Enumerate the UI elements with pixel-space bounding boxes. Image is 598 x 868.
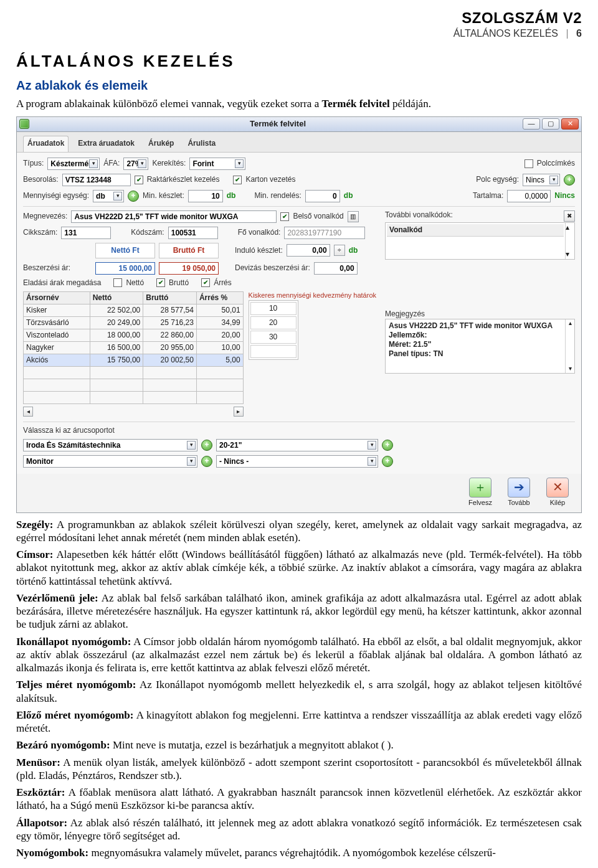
barcode-icon[interactable]: ▥ bbox=[348, 211, 359, 222]
scroll-left-icon[interactable]: ◂ bbox=[23, 407, 33, 417]
brutto-checkbox[interactable] bbox=[156, 278, 165, 287]
header-brutto: Bruttó Ft bbox=[159, 243, 219, 258]
arucsoport1-select[interactable] bbox=[23, 439, 197, 451]
tartalma-input[interactable] bbox=[507, 190, 551, 202]
label-devizas: Devizás beszerzési ár: bbox=[235, 263, 310, 273]
delete-icon[interactable]: ✖ bbox=[564, 210, 575, 222]
minkeszlet-input[interactable] bbox=[188, 190, 223, 202]
tab-aruadatok[interactable]: Áruadatok bbox=[23, 136, 69, 152]
kedv-cell[interactable]: 10 bbox=[250, 302, 297, 315]
label-arres: Árrés bbox=[214, 278, 232, 288]
raktar-checkbox[interactable] bbox=[135, 176, 143, 184]
chevron-down-icon[interactable]: ▾ bbox=[368, 457, 376, 466]
arres-checkbox[interactable] bbox=[201, 278, 210, 287]
close-button[interactable]: ✕ bbox=[561, 118, 579, 130]
besorolas-input[interactable] bbox=[62, 174, 131, 186]
label-mennyegys: Mennyiségi egység: bbox=[23, 191, 89, 200]
chevron-down-icon[interactable]: ▾ bbox=[113, 192, 122, 200]
table-row bbox=[24, 391, 244, 403]
chevron-down-icon[interactable]: ▾ bbox=[549, 176, 558, 184]
vonalkod-list[interactable]: Vonalkód ▴▾ bbox=[385, 222, 575, 260]
table-row: Viszonteladó18 000,0022 860,0020,00 bbox=[24, 329, 244, 341]
kodszam-input[interactable] bbox=[168, 227, 218, 239]
chevron-down-icon[interactable]: ▾ bbox=[368, 441, 376, 450]
arucsoport1b-select[interactable] bbox=[216, 439, 378, 451]
add-icon[interactable]: + bbox=[382, 440, 393, 451]
add-icon[interactable]: + bbox=[201, 440, 212, 451]
add-icon[interactable]: + bbox=[201, 456, 212, 467]
window-title: Termék felvitel bbox=[33, 119, 523, 129]
arucsoport2-select[interactable] bbox=[23, 455, 197, 468]
chevron-down-icon[interactable]: ▾ bbox=[89, 159, 98, 168]
scroll-up-icon[interactable]: ▴ bbox=[566, 223, 574, 232]
add-icon[interactable]: + bbox=[564, 174, 575, 186]
netto-checkbox[interactable] bbox=[113, 278, 122, 287]
devizas-input[interactable] bbox=[314, 262, 358, 275]
megnevezes-input[interactable] bbox=[71, 210, 277, 223]
kedv-cell[interactable]: 30 bbox=[250, 331, 297, 344]
note-line: Méret: 21.5" bbox=[389, 340, 563, 349]
unit-db: db bbox=[349, 246, 358, 255]
para-cimsor: Címsor: Alapesetben kék háttér előtt (Wi… bbox=[16, 548, 582, 588]
beszar-brutto[interactable] bbox=[159, 262, 219, 275]
tab-arukep[interactable]: Árukép bbox=[144, 136, 178, 152]
chevron-down-icon[interactable]: ▾ bbox=[187, 457, 196, 466]
label-kiskeres: Kiskeres mennyiségi kedvezmény határok bbox=[249, 291, 376, 299]
header-sub: ÁLTALÁNOS KEZELÉS | 6 bbox=[16, 27, 582, 40]
karton-checkbox[interactable] bbox=[233, 176, 242, 184]
tovabb-button[interactable]: ➔Tovább bbox=[501, 478, 536, 507]
para-ikon: Ikonállapot nyomógomb: A Címsor jobb old… bbox=[16, 635, 582, 675]
kilep-button[interactable]: ✕Kilép bbox=[540, 478, 575, 507]
label-raktar: Raktárkészlet kezelés bbox=[147, 175, 220, 184]
scroll-down-icon[interactable]: ▾ bbox=[566, 365, 574, 373]
label-afa: ÁFA: bbox=[103, 159, 120, 168]
titlebar[interactable]: Termék felvitel — ▢ ✕ bbox=[17, 117, 581, 132]
chevron-down-icon[interactable]: ▾ bbox=[138, 159, 146, 168]
kedv-table[interactable]: 10 20 30 bbox=[249, 300, 298, 360]
polccimkes-checkbox[interactable] bbox=[524, 159, 533, 168]
horizontal-scrollbar[interactable]: ◂ ▸ bbox=[23, 407, 244, 417]
label-minkeszlet: Min. készlet: bbox=[143, 191, 184, 200]
felvesz-button[interactable]: ＋Felvesz bbox=[463, 478, 498, 507]
close-icon: ✕ bbox=[546, 478, 569, 498]
intro-text: A program ablakainak különböző elemei va… bbox=[16, 98, 321, 110]
form-panel: Típus: ▾ ÁFA: ▾ Kerekítés: ▾ Polccímkés … bbox=[17, 153, 581, 474]
add-icon[interactable]: + bbox=[128, 191, 139, 202]
chevron-down-icon[interactable]: ▾ bbox=[235, 159, 244, 168]
label-polcegyseg: Polc egység: bbox=[476, 175, 519, 184]
label-karton: Karton vezetés bbox=[245, 175, 295, 184]
belso-checkbox[interactable] bbox=[280, 212, 289, 221]
section-name: ÁLTALÁNOS KEZELÉS bbox=[453, 28, 558, 39]
megjegyzes-textarea[interactable]: Asus VH222D 21,5" TFT wide monitor WUXGA… bbox=[385, 319, 575, 374]
stepper-icon[interactable]: ÷ bbox=[334, 245, 345, 256]
scroll-down-icon[interactable]: ▾ bbox=[566, 250, 574, 259]
label-beszar: Beszerzési ár: bbox=[23, 263, 92, 273]
indulo-input[interactable] bbox=[287, 244, 330, 257]
arucsoport2b-select[interactable] bbox=[216, 455, 378, 468]
note-line: Asus VH222D 21,5" TFT wide monitor WUXGA bbox=[389, 321, 563, 331]
para-vezerlo: Vezérlőmenü jele: Az ablak bal felső sar… bbox=[16, 592, 582, 631]
fovonalkod-input[interactable] bbox=[284, 227, 365, 239]
kedv-cell[interactable]: 20 bbox=[250, 316, 297, 329]
scroll-up-icon[interactable]: ▴ bbox=[566, 319, 574, 328]
tab-arulista[interactable]: Árulista bbox=[183, 136, 220, 152]
chevron-down-icon[interactable]: ▾ bbox=[187, 441, 196, 450]
cikkszam-input[interactable] bbox=[61, 227, 111, 239]
label-megjegyzes: Megjegyzés bbox=[385, 309, 425, 318]
para-elozo: Előző méret nyomógomb: A kinagyított abl… bbox=[16, 709, 582, 735]
minimize-button[interactable]: — bbox=[523, 118, 540, 130]
intro-bold: Termék felvitel bbox=[321, 98, 389, 110]
maximize-button[interactable]: ▢ bbox=[542, 118, 559, 130]
col-arsornev: Ársornév bbox=[24, 291, 90, 304]
app-icon[interactable] bbox=[19, 119, 29, 129]
plus-icon: ＋ bbox=[469, 478, 491, 498]
tab-extra[interactable]: Extra áruadatok bbox=[74, 136, 139, 152]
beszar-netto[interactable] bbox=[95, 262, 155, 275]
unit-db: db bbox=[227, 191, 236, 200]
col-vonalkod: Vonalkód bbox=[387, 224, 564, 237]
table-row: Nagyker16 500,0020 955,0010,00 bbox=[24, 341, 244, 354]
scroll-right-icon[interactable]: ▸ bbox=[234, 407, 244, 417]
price-table[interactable]: Ársornév Nettó Bruttó Árrés % Kisker22 5… bbox=[23, 291, 244, 404]
add-icon[interactable]: + bbox=[382, 456, 393, 467]
minrend-input[interactable] bbox=[305, 190, 340, 202]
